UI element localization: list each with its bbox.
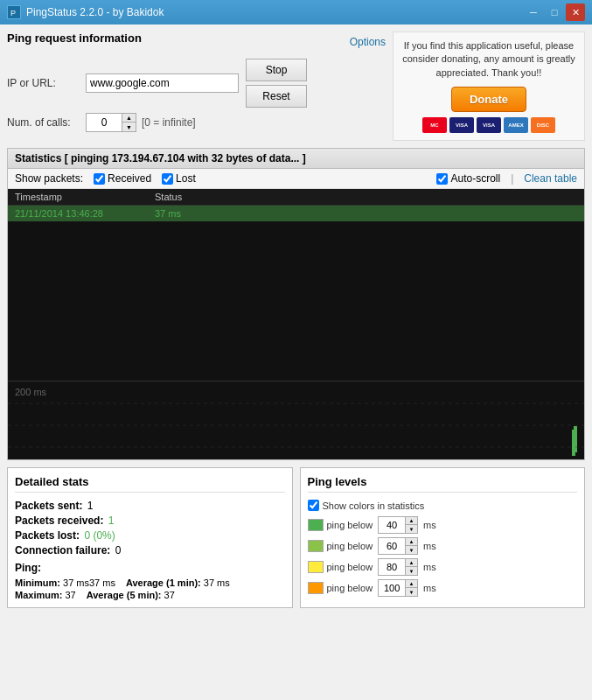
min-value: 37 ms — [63, 578, 89, 588]
packets-sent-value: 1 — [87, 500, 94, 512]
ping-color-yellow — [308, 561, 324, 573]
show-colors-row: Show colors in statistics — [308, 500, 578, 511]
ping-arrows-1: ▲ ▼ — [405, 517, 417, 533]
min-label: Minimum: — [15, 578, 60, 588]
graph-area: 200 ms — [8, 381, 584, 459]
ping-up-3[interactable]: ▲ — [405, 559, 417, 567]
lost-checkbox[interactable] — [162, 173, 173, 185]
ping-arrows-3: ▲ ▼ — [405, 559, 417, 575]
ping-row-1: Minimum: 37 ms37 ms Average (1 min): 37 … — [15, 578, 285, 588]
avg5-col: Average (5 min): 37 — [87, 590, 175, 600]
packets-lost-value: 0 (0%) — [84, 529, 115, 542]
packets-sent-row: Packets sent: 1 — [15, 500, 285, 512]
row-timestamp: 21/11/2014 13:46:28 — [8, 206, 148, 221]
max-value: 37 — [65, 590, 75, 600]
min-val: 37 ms — [89, 578, 115, 588]
packets-received-label: Packets received: — [15, 514, 103, 527]
ping-level-2: ping below ▲ ▼ ms — [308, 537, 578, 555]
stop-button[interactable]: Stop — [246, 59, 307, 81]
reset-button[interactable]: Reset — [246, 85, 307, 108]
num-calls-input[interactable] — [87, 114, 122, 131]
autoscroll-checkbox[interactable] — [436, 173, 448, 185]
received-checkbox[interactable] — [94, 173, 105, 185]
lost-checkbox-label[interactable]: Lost — [162, 172, 196, 185]
clean-table-link[interactable]: Clean table — [524, 172, 577, 185]
ping-down-4[interactable]: ▼ — [405, 588, 417, 596]
graph-svg — [8, 382, 584, 459]
ping-spinner-2: ▲ ▼ — [378, 537, 418, 555]
titlebar-left: P PingStatus 2.2.0 - by Bakidok — [7, 5, 164, 19]
donate-button[interactable]: Donate — [451, 87, 526, 112]
mastercard-icon: MC — [422, 117, 447, 133]
minimize-button[interactable]: ─ — [524, 4, 543, 21]
ping-below-label-2: ping below — [327, 541, 373, 551]
ping-down-1[interactable]: ▼ — [405, 525, 417, 533]
packets-lost-row: Packets lost: 0 (0%) — [15, 529, 285, 542]
min-col: Minimum: 37 ms37 ms — [15, 578, 115, 588]
ping-down-2[interactable]: ▼ — [405, 546, 417, 554]
donate-text: If you find this application useful, ple… — [400, 39, 577, 80]
ping-spinner-1: ▲ ▼ — [378, 516, 418, 534]
packets-received-row: Packets received: 1 — [15, 514, 285, 527]
spinner-up[interactable]: ▲ — [122, 114, 136, 122]
ping-arrows-4: ▲ ▼ — [405, 580, 417, 596]
bottom-section: Detailed stats Packets sent: 1 Packets r… — [7, 467, 585, 608]
ping-ms-3: ms — [423, 562, 436, 572]
ping-level-3: ping below ▲ ▼ ms — [308, 558, 578, 576]
ping-value-4[interactable] — [379, 580, 405, 596]
autoscroll-checkbox-label[interactable]: Auto-scroll — [436, 172, 500, 185]
ping-stats-grid: Minimum: 37 ms37 ms Average (1 min): 37 … — [15, 578, 285, 600]
avg-col: Average (1 min): 37 ms — [126, 578, 230, 588]
visa-icon: VISA — [449, 117, 474, 133]
spinner-arrows: ▲ ▼ — [122, 114, 136, 131]
ping-up-4[interactable]: ▲ — [405, 580, 417, 588]
infinite-label: [0 = infinite] — [142, 116, 196, 129]
options-link[interactable]: Options — [350, 36, 386, 48]
ping-value-3[interactable] — [379, 559, 405, 575]
ping-below-label-3: ping below — [327, 562, 373, 572]
svg-text:P: P — [10, 9, 16, 18]
maximize-button[interactable]: □ — [545, 4, 564, 21]
show-packets-label: Show packets: — [15, 172, 83, 185]
connection-failure-value: 0 — [115, 544, 122, 556]
ping-info-title: Ping request information — [7, 32, 142, 45]
ping-levels-panel: Ping levels Show colors in statistics pi… — [300, 467, 586, 608]
ping-up-1[interactable]: ▲ — [405, 517, 417, 525]
ping-down-3[interactable]: ▼ — [405, 567, 417, 575]
stats-table-header-row: Timestamp Status — [8, 189, 584, 206]
row-status: 37 ms — [148, 206, 584, 221]
main-content: Ping request information Options IP or U… — [0, 24, 592, 615]
ping-color-orange — [308, 582, 324, 594]
ping-ms-1: ms — [423, 520, 436, 530]
ip-input[interactable] — [86, 74, 239, 93]
packets-sent-label: Packets sent: — [15, 500, 82, 512]
packets-lost-label: Packets lost: — [15, 529, 80, 542]
donate-btn-container: Donate — [400, 87, 577, 112]
ping-up-2[interactable]: ▲ — [405, 538, 417, 546]
stats-table: Timestamp Status — [8, 189, 584, 206]
avg-value: 37 ms — [204, 578, 230, 588]
max-col: Maximum: 37 — [15, 590, 76, 600]
amex-icon: AMEX — [504, 117, 528, 133]
received-checkbox-label[interactable]: Received — [94, 172, 151, 185]
show-colors-label: Show colors in statistics — [323, 500, 425, 511]
connection-failure-row: Connection failure: 0 — [15, 544, 285, 556]
close-button[interactable]: ✕ — [566, 4, 585, 21]
ping-spinner-4: ▲ ▼ — [378, 579, 418, 597]
stats-table-head: Timestamp Status — [8, 189, 584, 206]
divider: | — [511, 172, 513, 185]
table-row: 21/11/2014 13:46:28 37 ms — [8, 206, 584, 221]
stats-controls: Show packets: Received Lost Auto-scroll … — [8, 169, 584, 189]
ping-color-lightgreen — [308, 540, 324, 552]
app-icon: P — [7, 5, 21, 19]
show-colors-checkbox[interactable] — [308, 500, 319, 511]
ping-value-1[interactable] — [379, 517, 405, 533]
received-label: Received — [108, 172, 151, 185]
titlebar: P PingStatus 2.2.0 - by Bakidok ─ □ ✕ — [0, 0, 592, 24]
discover-icon: DISC — [531, 117, 555, 133]
stats-table-body[interactable]: 21/11/2014 13:46:28 37 ms — [8, 206, 584, 381]
stats-table-wrapper: Timestamp Status 21/11/2014 13:46:28 37 … — [8, 189, 584, 381]
ping-value-2[interactable] — [379, 538, 405, 554]
col-timestamp: Timestamp — [8, 189, 148, 206]
spinner-down[interactable]: ▼ — [122, 122, 136, 131]
